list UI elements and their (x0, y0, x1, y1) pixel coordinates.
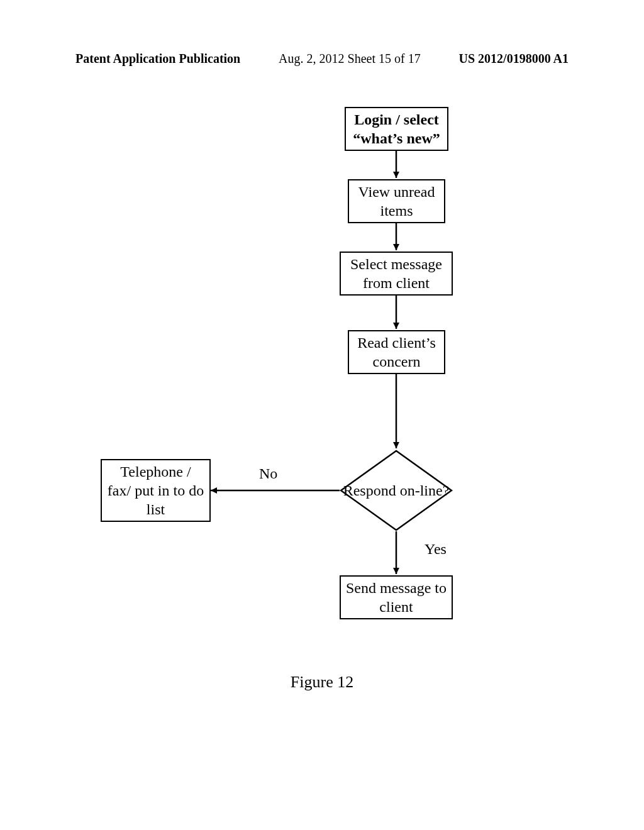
step-read-concern: Read client’s concern (348, 330, 445, 374)
step-view-unread-label: View unread items (354, 182, 439, 220)
step-send-message: Send message to client (340, 575, 453, 619)
decision-text: Respond on-line? (343, 482, 450, 500)
flow-connectors (0, 101, 644, 729)
page-header: Patent Application Publication Aug. 2, 2… (0, 52, 644, 66)
edge-label-yes: Yes (425, 541, 447, 558)
flowchart: Login / select “what’s new” View unread … (0, 101, 644, 729)
header-left: Patent Application Publication (75, 52, 240, 66)
step-login: Login / select “what’s new” (345, 107, 448, 151)
step-select-message-label: Select message from client (346, 255, 447, 292)
step-no-branch: Telephone / fax/ put in to do list (101, 459, 211, 522)
step-select-message: Select message from client (340, 252, 453, 296)
step-view-unread: View unread items (348, 179, 445, 223)
step-read-concern-label: Read client’s concern (354, 333, 439, 371)
header-center: Aug. 2, 2012 Sheet 15 of 17 (279, 52, 421, 66)
header-right: US 2012/0198000 A1 (459, 52, 569, 66)
figure-caption: Figure 12 (0, 673, 644, 692)
step-login-label: Login / select “what’s new” (351, 110, 442, 148)
decision-label: Respond on-line? (340, 450, 453, 531)
step-no-branch-label: Telephone / fax/ put in to do list (107, 462, 204, 519)
edge-label-no: No (259, 465, 277, 482)
step-send-message-label: Send message to client (346, 578, 447, 616)
decision-respond-online: Respond on-line? (340, 450, 453, 531)
